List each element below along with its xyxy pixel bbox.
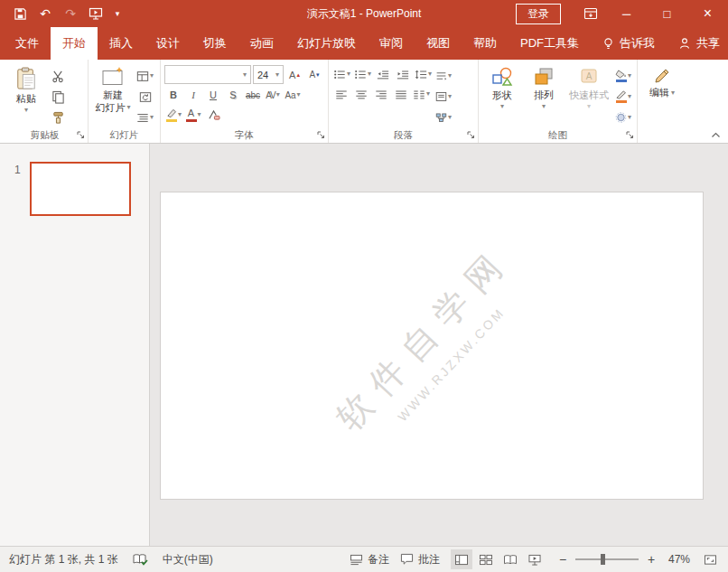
line-spacing-button[interactable]: ▾ [414, 65, 433, 83]
zoom-slider-thumb[interactable] [601, 554, 605, 565]
share-button[interactable]: 共享 [667, 27, 728, 60]
language-indicator[interactable]: 中文(中国) [163, 552, 213, 567]
italic-button[interactable]: I [184, 86, 202, 104]
grow-font-button[interactable]: A▴ [285, 66, 303, 84]
login-button[interactable]: 登录 [516, 4, 561, 24]
numbering-button[interactable]: ▾ [353, 65, 372, 83]
editing-button[interactable]: 编辑 ▾ [641, 61, 683, 128]
font-dialog-launcher[interactable] [316, 130, 326, 140]
tab-help[interactable]: 帮助 [462, 27, 509, 60]
font-size-select[interactable]: 24 ▾ [253, 65, 284, 84]
justify-button[interactable] [392, 85, 410, 103]
section-button[interactable]: ▾ [135, 108, 154, 127]
columns-button[interactable]: ▾ [412, 85, 431, 103]
fill-bucket-icon [615, 70, 627, 79]
character-spacing-button[interactable]: AV ▾ [264, 86, 282, 104]
zoom-in-button[interactable]: + [645, 552, 658, 567]
reading-view-button[interactable] [499, 549, 521, 569]
tab-home[interactable]: 开始 [51, 27, 98, 60]
tab-transitions[interactable]: 切换 [191, 27, 238, 60]
customize-qat-button[interactable]: ▾ [108, 3, 126, 24]
save-button[interactable] [7, 3, 33, 24]
align-left-button[interactable] [332, 85, 350, 103]
new-slide-button[interactable]: 新建 幻灯片 ▾ [92, 61, 134, 128]
fit-to-window-button[interactable] [701, 549, 719, 569]
text-direction-button[interactable]: ▾ [434, 67, 453, 85]
maximize-button[interactable]: □ [647, 0, 687, 27]
quick-styles-button[interactable]: A 快速样式 ▾ [565, 61, 612, 128]
font-name-select[interactable]: ▾ [164, 65, 251, 84]
normal-view-button[interactable] [451, 549, 472, 569]
zoom-level[interactable]: 47% [668, 553, 690, 566]
slideshow-view-button[interactable] [524, 549, 546, 569]
reset-slide-button[interactable] [135, 88, 154, 106]
shrink-font-button[interactable]: A▾ [305, 66, 323, 84]
shape-fill-button[interactable]: ▾ [614, 67, 632, 85]
slide-thumbnail[interactable] [30, 162, 131, 216]
tell-me-button[interactable]: 告诉我 [591, 27, 667, 60]
text-shadow-button[interactable]: S [224, 86, 242, 104]
shape-effects-button[interactable]: ▾ [614, 108, 632, 127]
bullets-button[interactable]: ▾ [332, 65, 351, 83]
slide-info: 幻灯片 第 1 张, 共 1 张 [9, 552, 118, 567]
underline-button[interactable]: U [204, 86, 222, 104]
bold-button[interactable]: B [164, 86, 182, 104]
save-icon [14, 7, 27, 21]
align-center-button[interactable] [352, 85, 370, 103]
fit-to-window-icon [704, 554, 717, 566]
ribbon-display-options-button[interactable] [575, 0, 606, 27]
zoom-control: − + [556, 552, 658, 567]
outline-pen-icon [615, 90, 627, 99]
tab-review[interactable]: 审阅 [368, 27, 415, 60]
tab-insert[interactable]: 插入 [98, 27, 145, 60]
notes-button[interactable]: 备注 [350, 552, 389, 567]
change-case-button[interactable]: Aa ▾ [284, 86, 302, 104]
comments-button[interactable]: 批注 [400, 552, 440, 567]
slide-layout-button[interactable]: ▾ [135, 67, 154, 85]
collapse-ribbon-button[interactable] [711, 132, 721, 138]
clipboard-dialog-launcher[interactable] [76, 130, 86, 140]
decrease-indent-button[interactable] [374, 65, 392, 83]
lightbulb-icon [602, 37, 614, 51]
text-highlight-color-button[interactable]: ▾ [164, 106, 182, 124]
shapes-button[interactable]: 形状 ▾ [482, 61, 522, 128]
new-slide-label-line2: 幻灯片 [95, 103, 125, 113]
undo-button[interactable]: ↶ [33, 3, 58, 24]
zoom-slider[interactable] [575, 558, 639, 560]
paragraph-group-label: 段落 [329, 129, 478, 142]
align-text-icon [435, 91, 447, 102]
chevron-down-icon: ▾ [368, 70, 371, 78]
start-slideshow-button[interactable] [83, 3, 108, 24]
minimize-button[interactable]: ─ [606, 0, 647, 27]
convert-to-smartart-button[interactable]: ▾ [434, 108, 453, 127]
align-right-button[interactable] [372, 85, 390, 103]
tab-view[interactable]: 视图 [415, 27, 462, 60]
text-direction-icon [435, 70, 447, 81]
drawing-dialog-launcher[interactable] [625, 130, 635, 140]
cut-button[interactable] [49, 67, 67, 85]
paragraph-dialog-launcher[interactable] [466, 130, 476, 140]
slide-sorter-view-button[interactable] [475, 549, 497, 569]
font-color-button[interactable]: A ▾ [184, 106, 202, 124]
shape-outline-button[interactable]: ▾ [614, 88, 632, 106]
align-text-button[interactable]: ▾ [434, 88, 453, 106]
tab-slideshow[interactable]: 幻灯片放映 [285, 27, 368, 60]
zoom-out-button[interactable]: − [556, 552, 569, 567]
redo-button[interactable]: ↷ [58, 3, 83, 24]
tab-file[interactable]: 文件 [4, 27, 51, 60]
slide-editing-surface[interactable]: 软件自学网 WWW.RJZXW.COM [160, 192, 704, 500]
font-rows: ▾ 24 ▾ A▴ A▾ B I U S abc [164, 61, 323, 128]
tab-pdf-tools[interactable]: PDF工具集 [509, 27, 591, 60]
tab-design[interactable]: 设计 [145, 27, 191, 60]
clear-formatting-button[interactable] [204, 106, 222, 124]
new-slide-label-line1: 新建 [103, 89, 123, 101]
arrange-button[interactable]: 排列 ▾ [524, 61, 564, 128]
format-painter-button[interactable] [49, 108, 67, 127]
tab-animations[interactable]: 动画 [238, 27, 285, 60]
increase-indent-button[interactable] [394, 65, 412, 83]
paste-button[interactable]: 粘贴 ▾ [5, 61, 47, 128]
close-button[interactable]: × [687, 0, 728, 27]
spell-check-button[interactable] [133, 553, 148, 567]
strikethrough-button[interactable]: abc [244, 86, 262, 104]
copy-button[interactable] [49, 88, 67, 106]
